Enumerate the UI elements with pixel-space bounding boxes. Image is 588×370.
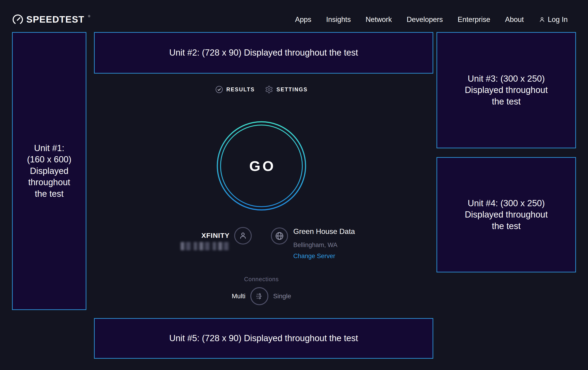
blurred-ip-text (181, 242, 230, 250)
connections-toggle[interactable] (250, 287, 268, 305)
nav-item-insights[interactable]: Insights (326, 15, 351, 24)
person-icon (238, 231, 248, 240)
login-label: Log In (548, 15, 568, 24)
ad-unit-5-text: Unit #5: (728 x 90) Displayed throughout… (169, 333, 358, 344)
check-circle-icon (215, 86, 223, 93)
person-icon (539, 16, 546, 23)
tab-results[interactable]: RESULTS (215, 86, 255, 93)
tab-settings-label: SETTINGS (276, 87, 308, 93)
nav-item-enterprise[interactable]: Enterprise (458, 15, 490, 24)
connections-multi-option[interactable]: Multi (232, 292, 245, 300)
logo-text: SPEEDTEST (26, 14, 84, 25)
nav-item-network[interactable]: Network (366, 15, 392, 24)
change-server-link[interactable]: Change Server (293, 253, 335, 260)
server-globe-badge (271, 228, 288, 245)
gauge-icon (12, 14, 23, 25)
isp-name: XFINITY (201, 232, 230, 240)
logo-trademark: ® (88, 15, 90, 18)
ad-unit-3[interactable]: Unit #3: (300 x 250) Displayed throughou… (437, 32, 576, 148)
tab-results-label: RESULTS (226, 87, 255, 93)
connections-row: Multi Single (86, 287, 437, 305)
ad-unit-2[interactable]: Unit #2: (728 x 90) Displayed throughout… (94, 32, 433, 74)
server-location: Bellingham, WA (293, 241, 337, 249)
connections-label: Connections (86, 276, 437, 283)
login-button[interactable]: Log In (539, 15, 568, 24)
isp-user-badge (234, 227, 252, 245)
go-button[interactable]: GO (215, 120, 308, 212)
ad-unit-3-text: Unit #3: (300 x 250) Displayed throughou… (465, 73, 547, 107)
nav-item-about[interactable]: About (505, 15, 524, 24)
ad-unit-4[interactable]: Unit #4: (300 x 250) Displayed throughou… (437, 157, 576, 272)
globe-icon (275, 231, 284, 241)
nav-item-developers[interactable]: Developers (407, 15, 443, 24)
ad-unit-5[interactable]: Unit #5: (728 x 90) Displayed throughout… (94, 318, 433, 359)
ad-unit-2-text: Unit #2: (728 x 90) Displayed throughout… (169, 47, 358, 58)
gear-icon (265, 85, 273, 94)
ad-unit-1[interactable]: Unit #1: (160 x 600) Displayed throughou… (12, 32, 86, 310)
speedtest-page: SPEEDTEST ® Apps Insights Network Develo… (0, 0, 588, 370)
multi-arrows-icon (254, 291, 265, 301)
speedtest-logo[interactable]: SPEEDTEST ® (12, 14, 90, 25)
go-button-label: GO (215, 120, 308, 212)
server-name: Green House Data (293, 227, 355, 236)
main-nav: Apps Insights Network Developers Enterpr… (295, 15, 568, 24)
ad-unit-4-text: Unit #4: (300 x 250) Displayed throughou… (465, 198, 547, 232)
ad-unit-1-text: Unit #1: (160 x 600) Displayed throughou… (27, 142, 71, 200)
tab-settings[interactable]: SETTINGS (265, 85, 308, 94)
connections-single-option[interactable]: Single (273, 292, 291, 300)
header: SPEEDTEST ® Apps Insights Network Develo… (0, 0, 588, 32)
nav-item-apps[interactable]: Apps (295, 15, 311, 24)
tabs-bar: RESULTS SETTINGS (86, 85, 437, 94)
